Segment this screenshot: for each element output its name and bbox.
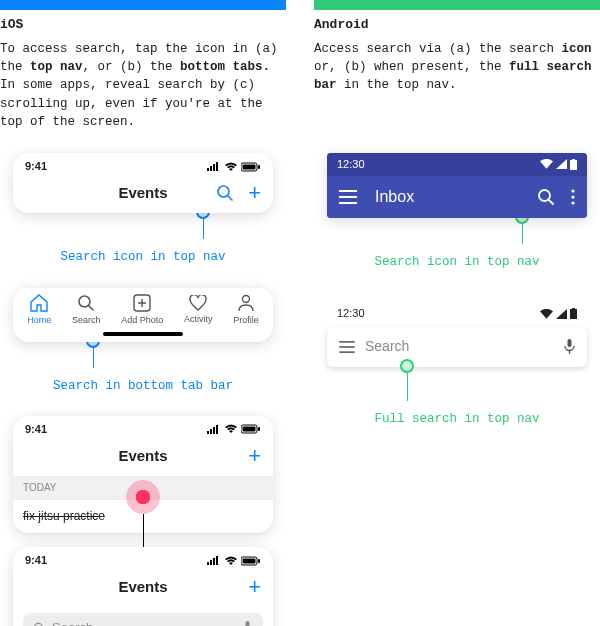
svg-rect-47 — [568, 339, 572, 347]
ios-nav-title: Events — [118, 576, 167, 597]
svg-rect-42 — [570, 309, 577, 319]
add-icon[interactable]: + — [248, 445, 261, 467]
signal-icon — [207, 425, 221, 434]
ios-navbar: Events + — [13, 176, 273, 213]
svg-rect-2 — [213, 164, 215, 171]
home-indicator — [103, 332, 183, 336]
android-appbar: Inbox — [327, 176, 587, 218]
battery-icon — [241, 556, 261, 566]
tab-add-photo[interactable]: Add Photo — [121, 294, 163, 327]
svg-rect-32 — [570, 160, 577, 170]
battery-icon — [570, 308, 577, 319]
ios-nav-title: Events — [118, 445, 167, 466]
signal-icon — [556, 309, 567, 319]
tab-activity[interactable]: Activity — [184, 295, 213, 326]
svg-line-8 — [228, 196, 232, 200]
wifi-icon — [224, 162, 238, 172]
ios-statusbar: 9:41 — [13, 153, 273, 176]
svg-point-39 — [571, 190, 574, 193]
battery-icon — [570, 159, 577, 170]
add-icon[interactable]: + — [248, 576, 261, 598]
svg-rect-28 — [258, 559, 260, 563]
ios-nav-title: Events — [118, 182, 167, 203]
search-icon[interactable] — [537, 188, 555, 206]
android-accent-bar — [314, 0, 600, 10]
ios-caption-1: Search icon in top nav — [0, 249, 286, 267]
mic-icon[interactable] — [242, 621, 253, 626]
ios-time: 9:41 — [25, 159, 47, 174]
wifi-icon — [224, 424, 238, 434]
svg-rect-31 — [246, 621, 250, 626]
ios-time: 9:41 — [25, 553, 47, 568]
hamburger-icon[interactable] — [339, 190, 357, 204]
svg-rect-21 — [258, 427, 260, 431]
android-statusbar: 12:30 — [327, 153, 587, 176]
svg-rect-6 — [258, 165, 260, 169]
svg-rect-3 — [216, 162, 218, 171]
list-item[interactable]: fix jitsu practice — [13, 499, 273, 533]
battery-icon — [241, 162, 261, 172]
battery-icon — [241, 424, 261, 434]
svg-rect-25 — [216, 556, 218, 565]
ios-accent-bar — [0, 0, 286, 10]
mic-icon[interactable] — [564, 339, 575, 355]
ios-mock-topnav: 9:41 Events + — [13, 153, 273, 213]
svg-rect-24 — [213, 558, 215, 565]
tab-search[interactable]: Search — [72, 294, 101, 327]
svg-rect-18 — [216, 425, 218, 434]
android-description: Access search via (a) the search icon or… — [314, 40, 600, 94]
android-heading: Android — [314, 16, 600, 34]
svg-point-40 — [571, 196, 574, 199]
android-mock-topbar: 12:30 Inbox — [327, 153, 587, 219]
search-icon — [77, 294, 95, 312]
svg-rect-17 — [213, 427, 215, 434]
svg-line-10 — [89, 306, 93, 310]
svg-rect-23 — [210, 560, 212, 565]
search-placeholder: Search — [365, 337, 554, 357]
android-app-title: Inbox — [375, 186, 537, 208]
android-column: Android Access search via (a) the search… — [314, 0, 600, 626]
ios-mock-tabbar: Home Search Add Photo Activity Profile — [13, 287, 273, 343]
signal-icon — [556, 159, 567, 169]
overflow-icon[interactable] — [571, 189, 575, 205]
svg-rect-0 — [207, 168, 209, 171]
svg-rect-33 — [572, 159, 575, 160]
add-photo-icon — [133, 294, 151, 312]
wifi-icon — [540, 159, 553, 169]
signal-icon — [207, 162, 221, 171]
svg-point-14 — [242, 295, 249, 302]
svg-rect-27 — [243, 558, 256, 563]
ios-mock-scroll: 9:41 Events + TODAY fix jitsu practice — [13, 416, 273, 626]
add-icon[interactable]: + — [248, 182, 261, 204]
wifi-icon — [224, 556, 238, 566]
search-placeholder: Search — [52, 619, 236, 626]
search-icon[interactable] — [216, 184, 234, 202]
svg-point-41 — [571, 202, 574, 205]
android-statusbar: 12:30 — [327, 302, 587, 327]
svg-rect-15 — [207, 431, 209, 434]
ios-column: iOS To access search, tap the icon in (a… — [0, 0, 286, 626]
android-time: 12:30 — [337, 157, 365, 172]
tab-profile[interactable]: Profile — [233, 294, 259, 327]
callout-and-2 — [214, 359, 600, 401]
section-label: TODAY — [13, 476, 273, 499]
heart-icon — [189, 295, 207, 311]
svg-rect-20 — [243, 427, 256, 432]
svg-line-38 — [549, 200, 553, 204]
hamburger-icon[interactable] — [339, 341, 355, 353]
tab-home[interactable]: Home — [27, 294, 51, 327]
wifi-icon — [540, 309, 553, 319]
svg-rect-1 — [210, 166, 212, 171]
home-icon — [29, 294, 49, 312]
android-caption-2: Full search in top nav — [314, 411, 600, 429]
search-icon — [33, 622, 46, 626]
android-mock-searchbar: 12:30 Search — [327, 302, 587, 367]
android-time: 12:30 — [337, 306, 365, 321]
android-caption-1: Search icon in top nav — [314, 254, 600, 272]
ios-search-input[interactable]: Search — [23, 613, 263, 626]
svg-rect-43 — [572, 308, 575, 309]
svg-rect-16 — [210, 429, 212, 434]
ios-tabbar: Home Search Add Photo Activity Profile — [13, 287, 273, 329]
svg-rect-22 — [207, 562, 209, 565]
ios-time: 9:41 — [25, 422, 47, 437]
